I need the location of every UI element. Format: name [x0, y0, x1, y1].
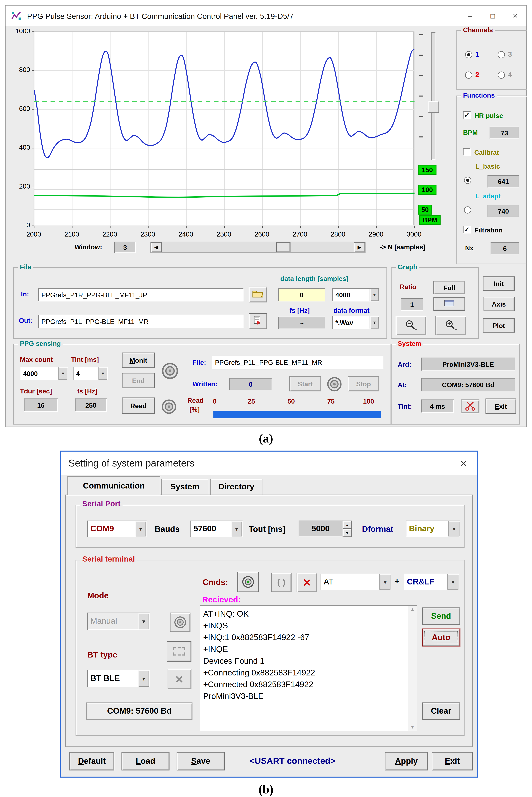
command-combo[interactable]: AT ▼ — [321, 574, 391, 590]
start-button[interactable]: Start — [289, 376, 321, 391]
spin-down-button[interactable]: ▼ — [343, 529, 352, 537]
calibrat-checkbox[interactable] — [463, 148, 471, 156]
disconnect-button[interactable]: × — [167, 669, 191, 689]
minimize-button[interactable]: – — [459, 6, 481, 26]
read-scale-0: 0 — [213, 397, 217, 405]
plot-button[interactable]: Plot — [483, 318, 515, 333]
dformat-label: Dformat — [362, 525, 393, 534]
samples-combo[interactable]: 4000 ▼ — [332, 288, 379, 301]
line-ending-combo[interactable]: CR&LF ▼ — [404, 574, 459, 590]
ppg-file-field[interactable]: PPGrefs_P1L_PPG-BLE_MF11_MR — [212, 356, 383, 369]
tout-value: 5000 — [299, 521, 343, 537]
l-basic-radio[interactable] — [464, 177, 471, 184]
cancel-command-button[interactable]: × — [297, 573, 317, 592]
out-file-field[interactable]: PPGrefs_P1L_PPG-BLE_MF11_MR — [38, 315, 244, 328]
mode-indicator-button[interactable] — [170, 613, 190, 632]
tab-system[interactable]: System — [162, 479, 208, 495]
l-basic-label: L_basic — [475, 162, 500, 170]
read-button[interactable]: Read — [122, 397, 155, 414]
bpm-label: BPM — [463, 129, 478, 136]
level-slider-track[interactable] — [431, 32, 435, 160]
send-command-button[interactable] — [238, 572, 259, 592]
select-region-button[interactable] — [167, 641, 191, 662]
apply-button[interactable]: Apply — [385, 752, 428, 771]
ard-label: Ard: — [398, 361, 412, 368]
l-adapt-label: L_adapt — [475, 192, 501, 200]
full-button[interactable]: Full — [434, 281, 465, 294]
app-icon — [11, 10, 22, 21]
chart-scrollbar[interactable]: ◀ ▶ — [150, 242, 365, 253]
chevron-down-icon[interactable]: ▼ — [135, 521, 146, 537]
zoom-in-button[interactable] — [435, 316, 466, 335]
clear-button[interactable]: Clear — [422, 702, 460, 720]
dformat-combo[interactable]: Binary ▼ — [406, 521, 460, 537]
spin-up-button[interactable]: ▲ — [343, 521, 352, 529]
chevron-down-icon[interactable]: ▼ — [379, 574, 391, 590]
received-terminal[interactable]: AT+INQ: OK+INQS+INQ:1 0x882583F14922 -67… — [200, 606, 417, 731]
maximize-button[interactable]: □ — [481, 6, 504, 26]
chevron-down-icon[interactable]: ▼ — [370, 316, 379, 329]
bauds-combo[interactable]: 57600 ▼ — [190, 521, 242, 537]
filtration-checkbox[interactable]: ✓ — [463, 226, 471, 234]
settings-dialog: Setting of system parameters × Communica… — [60, 451, 478, 778]
screen-view-button[interactable] — [434, 297, 465, 311]
close-button[interactable]: × — [504, 6, 527, 26]
ppg-control-panel-window: PPG Pulse Sensor: Arduino + BT Communica… — [5, 5, 527, 427]
tab-directory[interactable]: Directory — [210, 479, 263, 495]
read-pct-label-2: [%] — [189, 406, 200, 413]
end-button[interactable]: End — [122, 373, 155, 388]
hr-pulse-checkbox[interactable]: ✓ — [463, 111, 471, 119]
save-button[interactable]: Save — [177, 752, 225, 771]
stop-button[interactable]: Stop — [348, 376, 379, 391]
l-adapt-radio[interactable] — [464, 206, 471, 214]
scroll-up-icon[interactable]: ▲ — [408, 607, 417, 612]
send-button[interactable]: Send — [422, 607, 460, 625]
zoom-out-button[interactable] — [396, 316, 426, 335]
tout-spinner[interactable]: ▲ ▼ — [343, 521, 352, 537]
chevron-down-icon[interactable]: ▼ — [448, 521, 459, 537]
in-file-field[interactable]: PPGrefs_P1R_PPG-BLE_MF11_JP — [38, 288, 244, 301]
chevron-down-icon[interactable]: ▼ — [370, 289, 379, 301]
read-pct-label-1: Read — [187, 396, 204, 404]
tint-combo[interactable]: 4 ▼ — [73, 367, 108, 380]
bt-type-combo[interactable]: BT BLE ▼ — [87, 670, 150, 687]
auto-button[interactable]: Auto — [422, 629, 460, 646]
chevron-down-icon[interactable]: ▼ — [58, 367, 68, 379]
chevron-down-icon[interactable]: ▼ — [231, 521, 242, 537]
scroll-left-button[interactable]: ◀ — [151, 242, 162, 253]
monit-button[interactable]: Monit — [122, 353, 155, 368]
scroll-down-icon[interactable]: ▼ — [408, 725, 417, 730]
tab-communication[interactable]: Communication — [68, 476, 160, 495]
format-combo[interactable]: *.Wav ▼ — [332, 316, 379, 329]
load-button[interactable]: Load — [121, 752, 169, 771]
dialog-title: Setting of system parameters — [68, 458, 194, 469]
exit-button[interactable]: Exit — [486, 398, 516, 414]
init-button[interactable]: Init — [483, 276, 515, 291]
channel-1-radio[interactable] — [465, 51, 472, 58]
max-count-combo[interactable]: 4000 ▼ — [20, 367, 68, 380]
chevron-down-icon[interactable]: ▼ — [138, 670, 149, 687]
dialog-close-button[interactable]: × — [450, 452, 477, 475]
chevron-down-icon[interactable]: ▼ — [447, 574, 458, 590]
level-slider-thumb[interactable] — [428, 100, 439, 113]
scrollbar-thumb[interactable] — [276, 242, 290, 253]
channel-4-radio[interactable] — [498, 72, 505, 79]
com-port-combo[interactable]: COM9 ▼ — [87, 521, 147, 537]
chevron-down-icon[interactable]: ▼ — [138, 613, 149, 629]
n-samples-note: -> N [samples] — [380, 243, 425, 251]
tools-button[interactable] — [461, 400, 479, 413]
default-button[interactable]: Default — [70, 752, 114, 771]
chevron-down-icon[interactable]: ▼ — [98, 367, 107, 379]
channel-3-radio[interactable] — [498, 51, 505, 58]
channel-2-radio[interactable] — [465, 72, 472, 79]
open-file-button[interactable] — [249, 286, 267, 302]
axis-button[interactable]: Axis — [483, 297, 515, 311]
terminal-scrollbar[interactable]: ▲ ▼ — [408, 606, 417, 731]
save-file-button[interactable] — [249, 313, 267, 329]
ppg-sensing-group: PPG sensing Max count Tint [ms] 4000 ▼ 4… — [13, 344, 391, 425]
nx-value: 6 — [491, 242, 519, 255]
refresh-button[interactable]: ( ) — [271, 573, 291, 592]
mode-combo[interactable]: Manual ▼ — [87, 613, 150, 630]
scroll-right-button[interactable]: ▶ — [354, 242, 365, 253]
dialog-exit-button[interactable]: Exit — [432, 752, 473, 771]
